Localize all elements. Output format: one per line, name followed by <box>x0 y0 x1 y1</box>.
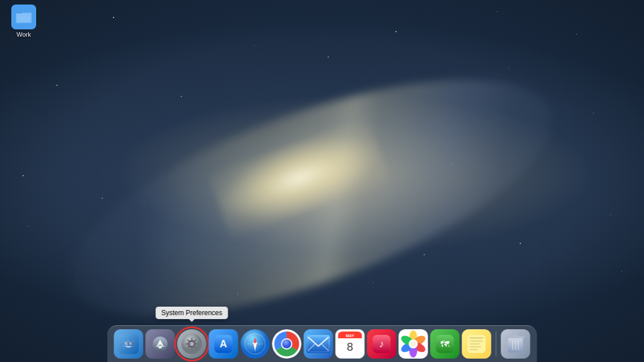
svg-point-55 <box>411 341 416 347</box>
safari-icon <box>241 329 270 359</box>
dock-item-finder[interactable] <box>114 329 143 359</box>
star <box>373 282 373 283</box>
star <box>621 271 622 272</box>
svg-rect-63 <box>470 349 478 350</box>
svg-rect-61 <box>470 343 480 344</box>
svg-rect-14 <box>162 346 164 347</box>
work-folder-icon <box>11 5 36 29</box>
star <box>328 56 329 58</box>
dock-item-safari[interactable] <box>241 329 270 359</box>
svg-rect-62 <box>470 346 481 347</box>
svg-text:A: A <box>220 338 227 350</box>
finder-icon <box>114 329 143 359</box>
notes-icon <box>462 329 491 359</box>
calendar-icon: MAY 8 <box>336 329 365 359</box>
star <box>102 198 103 199</box>
svg-rect-59 <box>470 337 484 339</box>
dock-item-launchpad[interactable] <box>146 329 175 359</box>
star <box>576 34 577 34</box>
svg-rect-18 <box>192 338 193 340</box>
svg-point-9 <box>126 343 127 344</box>
chrome-icon <box>272 329 302 359</box>
svg-rect-12 <box>159 346 162 348</box>
work-folder-label: Work <box>16 31 31 38</box>
star <box>497 11 498 12</box>
svg-rect-2 <box>17 15 31 22</box>
dock-item-app-store[interactable]: A <box>209 329 238 359</box>
svg-rect-24 <box>186 343 188 344</box>
svg-text:🗺: 🗺 <box>441 339 450 349</box>
star <box>520 243 521 244</box>
star <box>113 17 114 18</box>
system-preferences-icon <box>177 329 207 359</box>
star <box>508 68 509 68</box>
trash-icon <box>501 329 530 359</box>
star <box>452 164 452 164</box>
star <box>254 45 255 46</box>
svg-text:MAY: MAY <box>346 334 354 338</box>
dock-item-music[interactable]: ♪ <box>367 329 397 359</box>
dock-item-notes[interactable] <box>462 329 491 359</box>
svg-rect-60 <box>470 341 484 342</box>
app-store-icon: A <box>209 329 238 359</box>
photos-icon <box>399 329 428 359</box>
music-icon: ♪ <box>367 329 397 359</box>
dock-item-chrome[interactable] <box>272 329 302 359</box>
star <box>593 113 594 114</box>
svg-rect-38 <box>307 335 330 353</box>
desktop: Work <box>0 0 644 362</box>
svg-rect-6 <box>123 341 134 347</box>
star <box>610 215 611 215</box>
svg-point-37 <box>282 339 291 348</box>
svg-text:♪: ♪ <box>379 338 384 350</box>
svg-rect-13 <box>156 346 159 347</box>
launchpad-icon <box>146 329 175 359</box>
svg-text:8: 8 <box>347 341 353 353</box>
mail-icon <box>304 329 333 359</box>
dock-item-trash[interactable] <box>501 329 530 359</box>
desktop-work-folder[interactable]: Work <box>7 5 41 38</box>
star <box>237 294 238 294</box>
svg-rect-22 <box>192 348 193 350</box>
dock-item-mail[interactable] <box>304 329 333 359</box>
dock-separator <box>496 332 497 356</box>
star <box>56 85 58 86</box>
dock-item-calendar[interactable]: MAY 8 <box>336 329 365 359</box>
star <box>23 175 24 176</box>
svg-rect-66 <box>512 334 519 337</box>
svg-rect-20 <box>196 343 198 344</box>
star <box>28 226 29 226</box>
star <box>181 96 182 97</box>
dock: System Preferences <box>107 325 537 362</box>
maps-icon: 🗺 <box>430 329 460 359</box>
svg-point-10 <box>130 343 132 344</box>
dock-item-maps[interactable]: 🗺 <box>430 329 460 359</box>
star <box>424 254 425 255</box>
star <box>395 31 397 32</box>
dock-item-photos[interactable] <box>399 329 428 359</box>
svg-point-17 <box>190 342 194 346</box>
dock-item-system-preferences[interactable]: System Preferences <box>177 329 207 359</box>
